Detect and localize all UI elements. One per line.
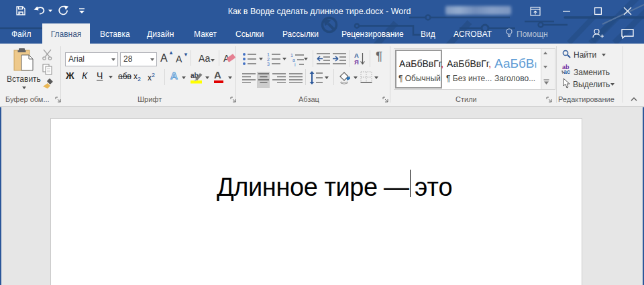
svg-text:2: 2 bbox=[267, 57, 270, 62]
svg-text:3: 3 bbox=[267, 62, 270, 66]
svg-text:А: А bbox=[170, 70, 178, 80]
svg-text:ac: ac bbox=[564, 68, 570, 74]
svg-text:А: А bbox=[354, 52, 359, 59]
svg-text:1: 1 bbox=[267, 52, 270, 57]
svg-text:а: а bbox=[292, 58, 295, 62]
svg-text:1: 1 bbox=[290, 53, 293, 58]
svg-text:Я: Я bbox=[354, 58, 359, 66]
svg-text:i: i bbox=[294, 62, 296, 66]
